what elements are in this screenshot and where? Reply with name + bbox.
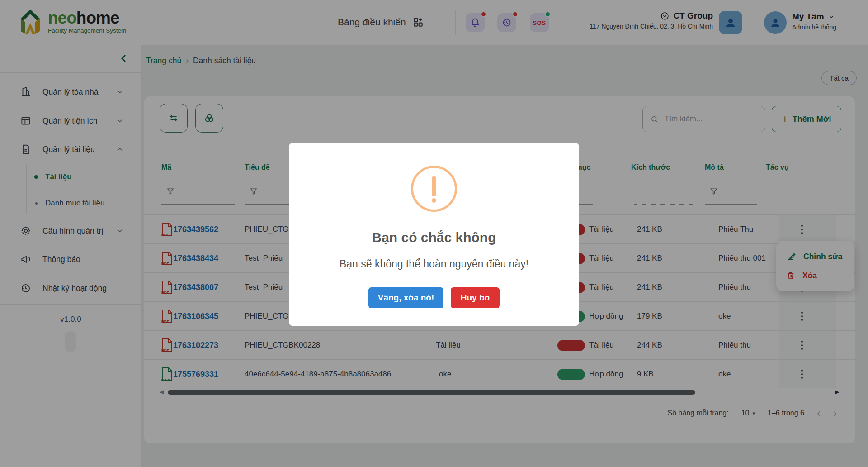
confirm-delete-button[interactable]: Vâng, xóa nó! [368,287,443,308]
modal-message: Bạn sẽ không thể hoàn nguyên điều này! [289,258,579,270]
screen: neohome Facility Management System Bảng … [0,0,868,467]
cancel-button[interactable]: Hủy bỏ [451,287,500,308]
modal-title: Bạn có chắc không [289,230,579,245]
warning-icon [411,166,457,212]
confirm-delete-modal: Bạn có chắc không Bạn sẽ không thể hoàn … [289,143,579,326]
